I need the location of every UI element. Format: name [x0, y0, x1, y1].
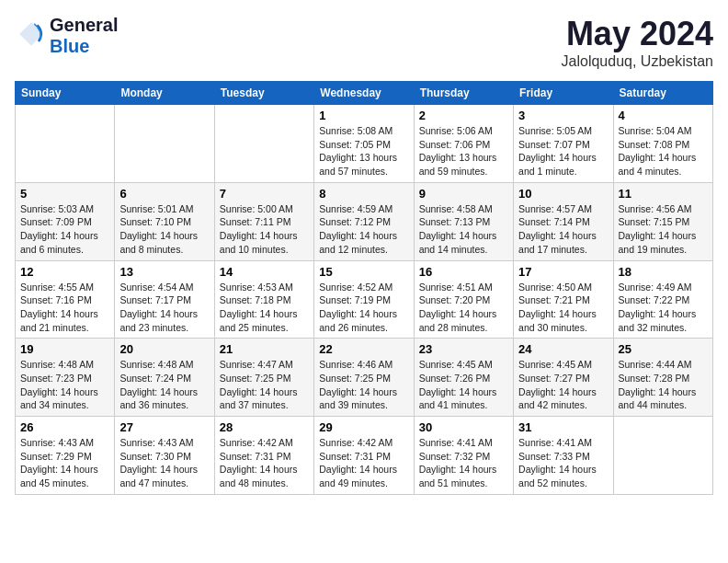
day-number: 28	[220, 420, 309, 434]
day-info: Sunrise: 5:04 AMSunset: 7:08 PMDaylight:…	[619, 124, 708, 178]
calendar-cell: 8Sunrise: 4:59 AMSunset: 7:12 PMDaylight…	[314, 182, 414, 260]
day-number: 19	[20, 342, 109, 356]
day-number: 26	[20, 420, 109, 434]
day-info: Sunrise: 4:43 AMSunset: 7:29 PMDaylight:…	[20, 436, 109, 490]
day-number: 22	[319, 342, 408, 356]
calendar-cell	[115, 105, 214, 183]
calendar-cell: 29Sunrise: 4:42 AMSunset: 7:31 PMDayligh…	[314, 417, 414, 495]
calendar-cell	[613, 417, 712, 495]
calendar-cell	[214, 105, 313, 183]
day-info: Sunrise: 4:48 AMSunset: 7:23 PMDaylight:…	[20, 358, 109, 412]
day-info: Sunrise: 4:55 AMSunset: 7:16 PMDaylight:…	[20, 281, 109, 335]
day-number: 11	[619, 187, 708, 201]
calendar-cell: 18Sunrise: 4:49 AMSunset: 7:22 PMDayligh…	[613, 260, 712, 339]
month-title: May 2024	[562, 15, 713, 53]
day-info: Sunrise: 4:41 AMSunset: 7:33 PMDaylight:…	[518, 436, 608, 490]
day-number: 2	[419, 109, 508, 122]
weekday-header: Sunday	[16, 82, 115, 105]
day-info: Sunrise: 4:52 AMSunset: 7:19 PMDaylight:…	[319, 281, 408, 335]
calendar-cell: 17Sunrise: 4:50 AMSunset: 7:21 PMDayligh…	[514, 260, 613, 339]
day-number: 16	[419, 265, 508, 279]
calendar-cell: 4Sunrise: 5:04 AMSunset: 7:08 PMDaylight…	[613, 105, 712, 183]
day-info: Sunrise: 4:42 AMSunset: 7:31 PMDaylight:…	[220, 436, 309, 490]
calendar-table: SundayMondayTuesdayWednesdayThursdayFrid…	[15, 81, 713, 495]
day-number: 3	[518, 109, 608, 122]
logo-icon	[17, 19, 46, 49]
day-info: Sunrise: 4:56 AMSunset: 7:15 PMDaylight:…	[619, 202, 708, 257]
day-number: 15	[319, 265, 408, 279]
day-number: 8	[319, 187, 408, 201]
day-info: Sunrise: 4:53 AMSunset: 7:18 PMDaylight:…	[220, 281, 309, 335]
day-info: Sunrise: 4:43 AMSunset: 7:30 PMDaylight:…	[119, 436, 209, 490]
calendar-cell: 6Sunrise: 5:01 AMSunset: 7:10 PMDaylight…	[115, 182, 214, 260]
day-info: Sunrise: 5:06 AMSunset: 7:06 PMDaylight:…	[419, 124, 508, 178]
day-info: Sunrise: 4:49 AMSunset: 7:22 PMDaylight:…	[619, 281, 708, 335]
calendar-cell: 7Sunrise: 5:00 AMSunset: 7:11 PMDaylight…	[214, 182, 313, 260]
calendar-cell: 3Sunrise: 5:05 AMSunset: 7:07 PMDaylight…	[514, 105, 613, 183]
day-number: 6	[119, 187, 209, 201]
calendar-cell: 15Sunrise: 4:52 AMSunset: 7:19 PMDayligh…	[314, 260, 414, 339]
location-title: Jalolquduq, Uzbekistan	[562, 53, 713, 70]
day-info: Sunrise: 4:47 AMSunset: 7:25 PMDaylight:…	[220, 358, 309, 412]
day-info: Sunrise: 4:51 AMSunset: 7:20 PMDaylight:…	[419, 281, 508, 335]
calendar-cell: 5Sunrise: 5:03 AMSunset: 7:09 PMDaylight…	[16, 182, 115, 260]
day-number: 12	[20, 265, 109, 279]
calendar-week-row: 26Sunrise: 4:43 AMSunset: 7:29 PMDayligh…	[16, 417, 713, 495]
weekday-header: Wednesday	[314, 82, 414, 105]
calendar-cell: 12Sunrise: 4:55 AMSunset: 7:16 PMDayligh…	[16, 260, 115, 339]
title-block: May 2024 Jalolquduq, Uzbekistan	[562, 15, 713, 70]
calendar-cell: 25Sunrise: 4:44 AMSunset: 7:28 PMDayligh…	[613, 339, 712, 417]
day-number: 9	[419, 187, 508, 201]
day-info: Sunrise: 5:01 AMSunset: 7:10 PMDaylight:…	[119, 202, 209, 257]
calendar-cell: 14Sunrise: 4:53 AMSunset: 7:18 PMDayligh…	[214, 260, 313, 339]
calendar-cell: 2Sunrise: 5:06 AMSunset: 7:06 PMDaylight…	[414, 105, 513, 183]
day-number: 30	[419, 420, 508, 434]
day-info: Sunrise: 4:50 AMSunset: 7:21 PMDaylight:…	[518, 281, 608, 335]
weekday-header: Friday	[514, 82, 613, 105]
day-number: 23	[419, 342, 508, 356]
day-number: 14	[220, 265, 309, 279]
page-header: General Blue May 2024 Jalolquduq, Uzbeki…	[15, 15, 713, 70]
day-info: Sunrise: 4:59 AMSunset: 7:12 PMDaylight:…	[319, 202, 408, 257]
day-number: 29	[319, 420, 408, 434]
weekday-header: Monday	[115, 82, 214, 105]
day-info: Sunrise: 5:03 AMSunset: 7:09 PMDaylight:…	[20, 202, 109, 257]
calendar-cell: 13Sunrise: 4:54 AMSunset: 7:17 PMDayligh…	[115, 260, 214, 339]
calendar-header-row: SundayMondayTuesdayWednesdayThursdayFrid…	[16, 82, 713, 105]
calendar-cell: 21Sunrise: 4:47 AMSunset: 7:25 PMDayligh…	[214, 339, 313, 417]
calendar-week-row: 1Sunrise: 5:08 AMSunset: 7:05 PMDaylight…	[16, 105, 713, 183]
calendar-cell: 27Sunrise: 4:43 AMSunset: 7:30 PMDayligh…	[115, 417, 214, 495]
calendar-cell: 23Sunrise: 4:45 AMSunset: 7:26 PMDayligh…	[414, 339, 513, 417]
day-number: 24	[518, 342, 608, 356]
day-number: 31	[518, 420, 608, 434]
day-info: Sunrise: 4:54 AMSunset: 7:17 PMDaylight:…	[119, 281, 209, 335]
day-info: Sunrise: 4:48 AMSunset: 7:24 PMDaylight:…	[119, 358, 209, 412]
calendar-cell: 19Sunrise: 4:48 AMSunset: 7:23 PMDayligh…	[16, 339, 115, 417]
calendar-cell: 26Sunrise: 4:43 AMSunset: 7:29 PMDayligh…	[16, 417, 115, 495]
calendar-cell: 24Sunrise: 4:45 AMSunset: 7:27 PMDayligh…	[514, 339, 613, 417]
day-info: Sunrise: 4:45 AMSunset: 7:27 PMDaylight:…	[518, 358, 608, 412]
calendar-cell: 22Sunrise: 4:46 AMSunset: 7:25 PMDayligh…	[314, 339, 414, 417]
day-number: 5	[20, 187, 109, 201]
day-number: 20	[119, 342, 209, 356]
weekday-header: Tuesday	[214, 82, 313, 105]
day-number: 1	[319, 109, 408, 122]
day-info: Sunrise: 4:45 AMSunset: 7:26 PMDaylight:…	[419, 358, 508, 412]
calendar-cell: 28Sunrise: 4:42 AMSunset: 7:31 PMDayligh…	[214, 417, 313, 495]
calendar-week-row: 12Sunrise: 4:55 AMSunset: 7:16 PMDayligh…	[16, 260, 713, 339]
logo-blue: Blue	[50, 36, 118, 57]
calendar-cell: 16Sunrise: 4:51 AMSunset: 7:20 PMDayligh…	[414, 260, 513, 339]
day-info: Sunrise: 4:57 AMSunset: 7:14 PMDaylight:…	[518, 202, 608, 257]
calendar-cell: 9Sunrise: 4:58 AMSunset: 7:13 PMDaylight…	[414, 182, 513, 260]
day-info: Sunrise: 4:58 AMSunset: 7:13 PMDaylight:…	[419, 202, 508, 257]
day-number: 7	[220, 187, 309, 201]
logo: General Blue	[15, 15, 118, 57]
day-number: 13	[119, 265, 209, 279]
day-info: Sunrise: 5:05 AMSunset: 7:07 PMDaylight:…	[518, 124, 608, 178]
calendar-cell: 1Sunrise: 5:08 AMSunset: 7:05 PMDaylight…	[314, 105, 414, 183]
day-number: 10	[518, 187, 608, 201]
day-info: Sunrise: 4:46 AMSunset: 7:25 PMDaylight:…	[319, 358, 408, 412]
day-number: 25	[619, 342, 708, 356]
day-number: 17	[518, 265, 608, 279]
calendar-cell: 10Sunrise: 4:57 AMSunset: 7:14 PMDayligh…	[514, 182, 613, 260]
